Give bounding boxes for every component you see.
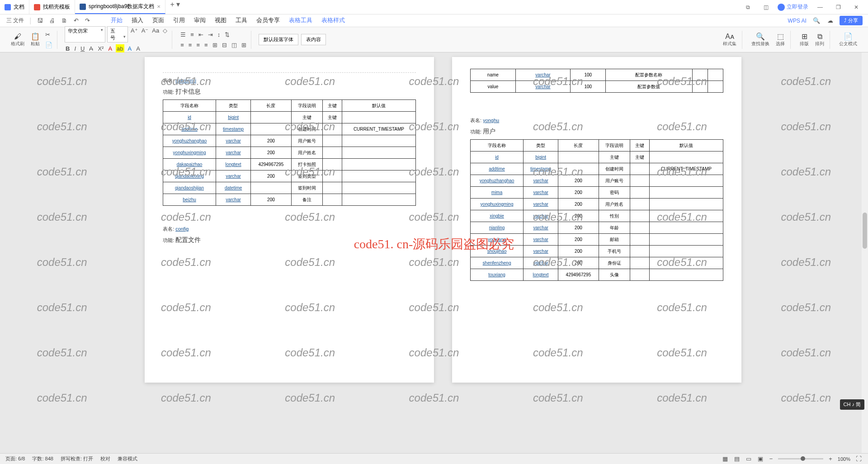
table-cell[interactable]: 200 <box>558 246 599 257</box>
table-cell[interactable]: varchar <box>524 187 558 199</box>
print-icon[interactable]: 🖨 <box>48 16 56 25</box>
tab-page[interactable]: 页面 <box>152 14 164 27</box>
table-cell[interactable] <box>322 147 342 159</box>
table-cell[interactable] <box>708 81 723 93</box>
bold-icon[interactable]: B <box>65 44 71 53</box>
align-right-icon[interactable]: ≡ <box>195 41 201 49</box>
table-row[interactable]: qiandaoleixingvarchar200签到类型 <box>163 170 416 182</box>
table-row[interactable]: beizhuvarchar200备注 <box>163 194 416 206</box>
table-cell[interactable]: 用户姓名 <box>291 147 322 159</box>
scroll-thumb[interactable] <box>863 213 867 249</box>
table-cell[interactable]: varchar <box>216 135 251 147</box>
indent-icon[interactable]: ⇥ <box>207 30 214 39</box>
table-cell[interactable]: 签到时间 <box>291 182 322 194</box>
table-row[interactable]: valuevarchar100配置参数值 <box>471 81 723 93</box>
table-row[interactable]: yonghuzhanghaovarchar200用户账号 <box>163 135 416 147</box>
cube-icon[interactable]: ◫ <box>760 1 772 14</box>
table-cell[interactable] <box>708 69 723 81</box>
font-color-icon[interactable]: A <box>107 44 113 53</box>
table-row[interactable]: dakapaizhaolongtext4294967295打卡拍照 <box>163 159 416 170</box>
table-cell[interactable]: timestamp <box>524 163 558 175</box>
table-row[interactable]: nianlingvarchar200年龄 <box>471 222 723 234</box>
table-cell[interactable] <box>342 135 415 147</box>
font-size-combo[interactable]: 五号 <box>107 26 128 43</box>
table-cell[interactable] <box>251 182 292 194</box>
print-preview-icon[interactable]: 🗎 <box>61 16 68 25</box>
table-row[interactable]: addtimetimestamp创建时间CURRENT_TIMESTAMP <box>471 163 723 175</box>
table-cell[interactable]: touxiang <box>471 269 524 281</box>
table-cell[interactable] <box>649 234 723 246</box>
table-cell[interactable] <box>630 246 649 257</box>
page-left[interactable]: 表名: dakaxinxi 功能: 打卡信息 字段名称类型长度字段说明主键默认值… <box>145 57 434 383</box>
tab-reference[interactable]: 引用 <box>173 14 185 27</box>
table-cell[interactable]: qiandaoshijian <box>163 182 216 194</box>
table-cell[interactable]: 打卡拍照 <box>291 159 322 170</box>
tab-insert[interactable]: 插入 <box>132 14 143 27</box>
table-cell[interactable] <box>692 69 708 81</box>
table-cell[interactable]: 200 <box>558 222 599 234</box>
table-cell[interactable]: varchar <box>524 234 558 246</box>
table-cell[interactable] <box>649 187 723 199</box>
maximize-button[interactable]: ❐ <box>832 1 844 14</box>
table-cell[interactable]: varchar <box>524 210 558 222</box>
table-cell[interactable] <box>649 199 723 210</box>
arrange-button[interactable]: ⧉排列 <box>813 32 826 48</box>
table-cell[interactable]: 用户账号 <box>599 175 630 187</box>
table-cell[interactable]: 配置参数值 <box>606 81 693 93</box>
cloud-icon[interactable]: ☁ <box>826 16 834 25</box>
gov-mode-button[interactable]: 📄公文模式 <box>837 31 859 48</box>
table-cell[interactable]: timestamp <box>216 123 251 135</box>
table-row[interactable]: touxianglongtext4294967295头像 <box>471 269 723 281</box>
table-cell[interactable] <box>251 123 292 135</box>
table-cell[interactable] <box>692 81 708 93</box>
table-cell[interactable]: 200 <box>558 187 599 199</box>
table-cell[interactable] <box>649 269 723 281</box>
tab-document[interactable]: springboot8jba9数据库文档✕ <box>75 0 165 14</box>
table-cell[interactable] <box>649 222 723 234</box>
table-cell[interactable] <box>630 234 649 246</box>
tab-review[interactable]: 审阅 <box>194 14 206 27</box>
table-row[interactable]: addtimetimestamp创建时间CURRENT_TIMESTAMP <box>163 123 416 135</box>
login-button[interactable]: 立即登录 <box>778 3 808 11</box>
table-row[interactable]: yonghuxingmingvarchar200用户姓名 <box>163 147 416 159</box>
vertical-scrollbar[interactable] <box>862 52 868 453</box>
table-cell[interactable]: yonghuzhanghao <box>471 175 524 187</box>
table-cell[interactable] <box>322 159 342 170</box>
table-row[interactable]: xingbievarchar200性别 <box>471 210 723 222</box>
table-cell[interactable]: varchar <box>216 194 251 206</box>
table-cell[interactable]: id <box>163 112 216 123</box>
table-cell[interactable] <box>649 246 723 257</box>
justify-icon[interactable]: ≡ <box>203 41 209 49</box>
table-cell[interactable]: varchar <box>515 81 571 93</box>
find-replace-button[interactable]: 🔍查找替换 <box>750 31 771 48</box>
table-cell[interactable]: 密码 <box>599 187 630 199</box>
shrink-font-icon[interactable]: A⁻ <box>141 26 150 43</box>
table-row[interactable]: idbigint主键主键 <box>471 152 723 163</box>
table-row[interactable]: idbigint主键主键 <box>163 112 416 123</box>
table-cell[interactable]: varchar <box>524 246 558 257</box>
table-cell[interactable]: bigint <box>524 152 558 163</box>
table-cell[interactable] <box>649 175 723 187</box>
table-cell[interactable]: 100 <box>571 69 606 81</box>
align-center-icon[interactable]: ≡ <box>188 41 193 49</box>
table-row[interactable]: shoujihaovarchar200手机号 <box>471 246 723 257</box>
tab-start[interactable]: 开始 <box>111 14 123 27</box>
table-cell[interactable]: 200 <box>251 170 292 182</box>
table-cell[interactable] <box>649 210 723 222</box>
wps-ai-button[interactable]: WPS AI <box>788 18 807 24</box>
table-row[interactable]: qiandaoshijiandatetime签到时间 <box>163 182 416 194</box>
table-cell[interactable] <box>322 194 342 206</box>
table-cell[interactable]: 100 <box>571 81 606 93</box>
paste-button[interactable]: 📋粘贴 <box>29 31 42 48</box>
table-cell[interactable] <box>630 163 649 175</box>
table-cell[interactable]: 用户账号 <box>291 135 322 147</box>
tabs-icon[interactable]: ⊟ <box>221 41 228 49</box>
ime-indicator[interactable]: CH ♪ 简 <box>840 399 865 410</box>
table-cell[interactable]: varchar <box>524 175 558 187</box>
table-row[interactable]: namevarchar100配置参数名称 <box>471 69 723 81</box>
strike-icon[interactable]: A̶ <box>88 44 94 53</box>
table-cell[interactable] <box>630 257 649 269</box>
minimize-button[interactable]: — <box>814 1 826 14</box>
table-cell[interactable] <box>342 159 415 170</box>
table-cell[interactable]: xingbie <box>471 210 524 222</box>
